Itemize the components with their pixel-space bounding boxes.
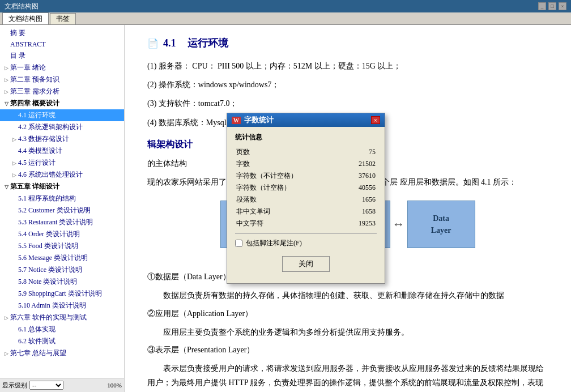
- stat-value-chars-nospace: 37610: [346, 171, 376, 181]
- level-label: 显示级别: [2, 381, 27, 390]
- zoom-level: 100%: [107, 382, 122, 389]
- dialog-section-label: 统计信息: [235, 133, 377, 142]
- stat-value-cn-chars: 19253: [346, 218, 376, 229]
- sidebar-footer: 显示级别 -- 100%: [0, 378, 124, 392]
- sidebar-item-abstract[interactable]: 摘 要: [0, 27, 124, 39]
- stats-table: 页数 75 字数 21502 字符数（不计空格） 37610 字符数（计空格: [235, 146, 377, 230]
- sidebar-item-4-6[interactable]: ▷ 4.6 系统出错处理设计: [0, 169, 124, 181]
- sidebar-item-ch4[interactable]: ▽ 第四章 概要设计: [0, 97, 124, 109]
- stat-value-pages: 75: [346, 147, 376, 157]
- sidebar-item-5-1[interactable]: 5.1 程序系统的结构: [0, 193, 124, 204]
- sidebar-item-4-1[interactable]: 4.1 运行环境: [0, 109, 124, 121]
- stat-row-chars-space: 字符数（计空格） 40556: [236, 182, 376, 193]
- sidebar-item-6-2[interactable]: 6.2 软件测试: [0, 335, 124, 347]
- maximize-button[interactable]: □: [548, 2, 556, 10]
- stat-row-chars-nospace: 字符数（不计空格） 37610: [236, 171, 376, 181]
- minimize-button[interactable]: _: [538, 2, 546, 10]
- footnote-checkbox-container: 包括脚注和尾注(F): [235, 238, 377, 248]
- stat-label-chars-space: 字符数（计空格）: [236, 182, 344, 193]
- stat-row-words: 字数 21502: [236, 159, 376, 169]
- footnote-checkbox[interactable]: [235, 240, 242, 247]
- sidebar-item-ch6[interactable]: ▷ 第六章 软件的实现与测试: [0, 312, 124, 323]
- sidebar-tree: 摘 要 ABSTRACT 目 录 ▷ 第一章 绪论 ▷ 第二章 预备知识 ▷ 第…: [0, 25, 124, 378]
- sidebar-item-5-7[interactable]: 5.7 Notice 类设计说明: [0, 264, 124, 276]
- close-dialog-button[interactable]: 关闭: [282, 256, 330, 272]
- stat-label-chars-nospace: 字符数（不计空格）: [236, 171, 344, 181]
- title-bar-buttons: _ □ ×: [538, 2, 566, 10]
- sidebar-item-4-5[interactable]: ▷ 4.5 运行设计: [0, 157, 124, 169]
- main-area: 摘 要 ABSTRACT 目 录 ▷ 第一章 绪论 ▷ 第二章 预备知识 ▷ 第…: [0, 25, 571, 392]
- sidebar: 摘 要 ABSTRACT 目 录 ▷ 第一章 绪论 ▷ 第二章 预备知识 ▷ 第…: [0, 25, 125, 392]
- sidebar-item-ch2[interactable]: ▷ 第二章 预备知识: [0, 74, 124, 86]
- stat-row-cn-chars: 中文字符 19253: [236, 218, 376, 229]
- sidebar-item-5-9[interactable]: 5.9 ShoppingCart 类设计说明: [0, 288, 124, 300]
- sidebar-item-5-6[interactable]: 5.6 Message 类设计说明: [0, 252, 124, 264]
- dialog-title-text: 字数统计: [244, 115, 274, 125]
- sidebar-item-5-3[interactable]: 5.3 Restaurant 类设计说明: [0, 216, 124, 228]
- sidebar-item-ch7[interactable]: ▷ 第七章 总结与展望: [0, 347, 124, 359]
- tab-bar: 文档结构图 书签: [0, 12, 571, 25]
- stat-value-chars-space: 40556: [346, 182, 376, 193]
- stat-value-non-cn-words: 1658: [346, 206, 376, 217]
- sidebar-item-ch3[interactable]: ▷ 第三章 需求分析: [0, 86, 124, 97]
- stat-label-pages: 页数: [236, 147, 344, 157]
- dialog-divider: [235, 233, 377, 234]
- title-bar-text: 文档结构图: [5, 2, 39, 11]
- tab-bookmarks[interactable]: 书签: [50, 13, 76, 24]
- word-icon: W: [232, 117, 241, 124]
- sidebar-item-5-10[interactable]: 5.10 Admin 类设计说明: [0, 300, 124, 312]
- close-window-button[interactable]: ×: [559, 2, 566, 10]
- level-select[interactable]: --: [29, 381, 63, 390]
- sidebar-item-5-2[interactable]: 5.2 Customer 类设计说明: [0, 204, 124, 216]
- stat-label-non-cn-words: 非中文单词: [236, 206, 344, 217]
- sidebar-item-5-5[interactable]: 5.5 Food 类设计说明: [0, 240, 124, 252]
- sidebar-item-ch1[interactable]: ▷ 第一章 绪论: [0, 62, 124, 74]
- sidebar-item-4-3[interactable]: ▷ 4.3 数据存储设计: [0, 133, 124, 145]
- dialog-overlay: W 字数统计 × 统计信息 页数 75 字数 21502: [125, 25, 571, 392]
- footnote-checkbox-label: 包括脚注和尾注(F): [246, 238, 302, 248]
- tab-document-structure[interactable]: 文档结构图: [2, 12, 49, 24]
- title-bar: 文档结构图 _ □ ×: [0, 0, 571, 12]
- dialog-title-bar: W 字数统计 ×: [227, 113, 385, 127]
- dialog-footer: 关闭: [235, 253, 377, 278]
- stat-label-paragraphs: 段落数: [236, 194, 344, 205]
- stat-value-words: 21502: [346, 159, 376, 169]
- sidebar-item-toc[interactable]: 目 录: [0, 50, 124, 62]
- sidebar-item-6-1[interactable]: 6.1 总体实现: [0, 323, 124, 335]
- stat-row-non-cn-words: 非中文单词 1658: [236, 206, 376, 217]
- dialog-close-x-button[interactable]: ×: [371, 116, 380, 124]
- dialog-body: 统计信息 页数 75 字数 21502 字符数（不计空格） 37610: [227, 127, 385, 283]
- stat-label-words: 字数: [236, 159, 344, 169]
- sidebar-item-4-4[interactable]: 4.4 类模型设计: [0, 145, 124, 157]
- sidebar-item-5-8[interactable]: 5.8 Note 类设计说明: [0, 276, 124, 288]
- sidebar-item-4-2[interactable]: 4.2 系统逻辑架构设计: [0, 121, 124, 133]
- stat-row-pages: 页数 75: [236, 147, 376, 157]
- sidebar-item-5-4[interactable]: 5.4 Order 类设计说明: [0, 228, 124, 240]
- sidebar-item-abstract-en[interactable]: ABSTRACT: [0, 39, 124, 50]
- stat-value-paragraphs: 1656: [346, 194, 376, 205]
- stat-label-cn-chars: 中文字符: [236, 218, 344, 229]
- stat-row-paragraphs: 段落数 1656: [236, 194, 376, 205]
- word-count-dialog: W 字数统计 × 统计信息 页数 75 字数 21502: [227, 113, 385, 284]
- content-area: 📄 4.1 运行环境 (1) 服务器： CPU： PIII 500 以上；内存：…: [125, 25, 571, 392]
- sidebar-item-ch5[interactable]: ▽ 第五章 详细设计: [0, 181, 124, 193]
